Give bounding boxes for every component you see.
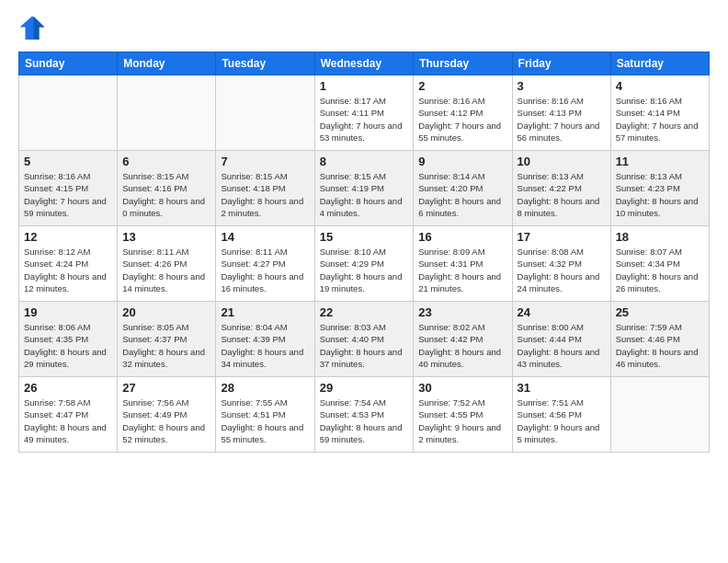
- day-number: 19: [24, 305, 112, 319]
- header: [18, 15, 710, 42]
- calendar-day-cell: 23Sunrise: 8:02 AM Sunset: 4:42 PM Dayli…: [414, 302, 512, 377]
- calendar-day-cell: 25Sunrise: 7:59 AM Sunset: 4:46 PM Dayli…: [610, 302, 709, 377]
- day-number: 28: [221, 381, 309, 395]
- day-number: 24: [518, 305, 606, 319]
- calendar-day-cell: 1Sunrise: 8:17 AM Sunset: 4:11 PM Daylig…: [314, 75, 414, 151]
- day-number: 13: [122, 230, 210, 244]
- calendar-day-cell: 6Sunrise: 8:15 AM Sunset: 4:16 PM Daylig…: [118, 151, 216, 226]
- weekday-header-cell: Thursday: [414, 52, 512, 75]
- weekday-header-row: SundayMondayTuesdayWednesdayThursdayFrid…: [19, 52, 710, 75]
- calendar-day-cell: [19, 75, 118, 151]
- day-info: Sunrise: 7:58 AM Sunset: 4:47 PM Dayligh…: [24, 396, 112, 445]
- day-info: Sunrise: 8:16 AM Sunset: 4:14 PM Dayligh…: [616, 95, 704, 144]
- calendar-week-row: 1Sunrise: 8:17 AM Sunset: 4:11 PM Daylig…: [19, 75, 710, 151]
- day-number: 25: [616, 305, 704, 319]
- day-info: Sunrise: 8:13 AM Sunset: 4:23 PM Dayligh…: [616, 170, 704, 219]
- day-number: 4: [616, 79, 704, 93]
- calendar-day-cell: 4Sunrise: 8:16 AM Sunset: 4:14 PM Daylig…: [610, 75, 709, 151]
- calendar-day-cell: 26Sunrise: 7:58 AM Sunset: 4:47 PM Dayli…: [19, 377, 118, 453]
- weekday-header-cell: Wednesday: [314, 52, 414, 75]
- day-info: Sunrise: 8:16 AM Sunset: 4:13 PM Dayligh…: [518, 95, 606, 144]
- day-info: Sunrise: 8:13 AM Sunset: 4:22 PM Dayligh…: [518, 170, 606, 219]
- day-info: Sunrise: 8:10 AM Sunset: 4:29 PM Dayligh…: [320, 246, 409, 294]
- day-info: Sunrise: 8:15 AM Sunset: 4:18 PM Dayligh…: [221, 170, 309, 219]
- svg-marker-0: [20, 17, 45, 40]
- calendar-week-row: 26Sunrise: 7:58 AM Sunset: 4:47 PM Dayli…: [19, 377, 710, 453]
- day-info: Sunrise: 7:59 AM Sunset: 4:46 PM Dayligh…: [616, 321, 704, 370]
- day-number: 2: [418, 79, 506, 93]
- day-number: 3: [518, 79, 606, 93]
- day-number: 12: [24, 230, 112, 244]
- day-info: Sunrise: 8:11 AM Sunset: 4:26 PM Dayligh…: [122, 246, 210, 294]
- day-number: 27: [122, 381, 210, 395]
- day-info: Sunrise: 8:12 AM Sunset: 4:24 PM Dayligh…: [24, 246, 112, 294]
- day-info: Sunrise: 8:06 AM Sunset: 4:35 PM Dayligh…: [24, 321, 112, 370]
- calendar-week-row: 19Sunrise: 8:06 AM Sunset: 4:35 PM Dayli…: [19, 302, 710, 377]
- calendar: SundayMondayTuesdayWednesdayThursdayFrid…: [18, 52, 710, 453]
- calendar-day-cell: 29Sunrise: 7:54 AM Sunset: 4:53 PM Dayli…: [314, 377, 414, 453]
- day-info: Sunrise: 8:05 AM Sunset: 4:37 PM Dayligh…: [122, 321, 210, 370]
- day-info: Sunrise: 8:17 AM Sunset: 4:11 PM Dayligh…: [320, 95, 409, 144]
- day-info: Sunrise: 8:11 AM Sunset: 4:27 PM Dayligh…: [221, 246, 309, 294]
- logo: [18, 15, 50, 42]
- logo-icon: [18, 15, 46, 42]
- day-number: 21: [221, 305, 309, 319]
- day-number: 18: [616, 230, 704, 244]
- day-info: Sunrise: 8:16 AM Sunset: 4:12 PM Dayligh…: [418, 95, 506, 144]
- calendar-day-cell: 16Sunrise: 8:09 AM Sunset: 4:31 PM Dayli…: [414, 226, 512, 302]
- day-number: 8: [320, 155, 409, 168]
- calendar-day-cell: 21Sunrise: 8:04 AM Sunset: 4:39 PM Dayli…: [216, 302, 314, 377]
- calendar-day-cell: [118, 75, 216, 151]
- calendar-day-cell: 17Sunrise: 8:08 AM Sunset: 4:32 PM Dayli…: [512, 226, 610, 302]
- day-number: 29: [320, 381, 409, 395]
- calendar-day-cell: 24Sunrise: 8:00 AM Sunset: 4:44 PM Dayli…: [512, 302, 610, 377]
- day-info: Sunrise: 7:54 AM Sunset: 4:53 PM Dayligh…: [320, 396, 409, 445]
- calendar-day-cell: 3Sunrise: 8:16 AM Sunset: 4:13 PM Daylig…: [512, 75, 610, 151]
- weekday-header-cell: Monday: [118, 52, 216, 75]
- calendar-day-cell: 13Sunrise: 8:11 AM Sunset: 4:26 PM Dayli…: [118, 226, 216, 302]
- day-number: 15: [320, 230, 409, 244]
- calendar-day-cell: 27Sunrise: 7:56 AM Sunset: 4:49 PM Dayli…: [118, 377, 216, 453]
- day-info: Sunrise: 7:55 AM Sunset: 4:51 PM Dayligh…: [221, 396, 309, 445]
- day-info: Sunrise: 8:15 AM Sunset: 4:16 PM Dayligh…: [122, 170, 210, 219]
- calendar-day-cell: 14Sunrise: 8:11 AM Sunset: 4:27 PM Dayli…: [216, 226, 314, 302]
- day-info: Sunrise: 8:16 AM Sunset: 4:15 PM Dayligh…: [24, 170, 112, 219]
- calendar-day-cell: 20Sunrise: 8:05 AM Sunset: 4:37 PM Dayli…: [118, 302, 216, 377]
- page: SundayMondayTuesdayWednesdayThursdayFrid…: [0, 0, 728, 563]
- calendar-day-cell: 30Sunrise: 7:52 AM Sunset: 4:55 PM Dayli…: [414, 377, 512, 453]
- day-number: 17: [518, 230, 606, 244]
- day-info: Sunrise: 7:52 AM Sunset: 4:55 PM Dayligh…: [418, 396, 506, 445]
- calendar-day-cell: 31Sunrise: 7:51 AM Sunset: 4:56 PM Dayli…: [512, 377, 610, 453]
- day-info: Sunrise: 8:14 AM Sunset: 4:20 PM Dayligh…: [418, 170, 506, 219]
- day-info: Sunrise: 8:02 AM Sunset: 4:42 PM Dayligh…: [418, 321, 506, 370]
- calendar-day-cell: 5Sunrise: 8:16 AM Sunset: 4:15 PM Daylig…: [19, 151, 118, 226]
- weekday-header-cell: Friday: [512, 52, 610, 75]
- calendar-day-cell: 9Sunrise: 8:14 AM Sunset: 4:20 PM Daylig…: [414, 151, 512, 226]
- day-info: Sunrise: 8:08 AM Sunset: 4:32 PM Dayligh…: [518, 246, 606, 294]
- calendar-day-cell: 10Sunrise: 8:13 AM Sunset: 4:22 PM Dayli…: [512, 151, 610, 226]
- day-info: Sunrise: 7:51 AM Sunset: 4:56 PM Dayligh…: [518, 396, 606, 445]
- calendar-day-cell: 18Sunrise: 8:07 AM Sunset: 4:34 PM Dayli…: [610, 226, 709, 302]
- weekday-header-cell: Saturday: [610, 52, 709, 75]
- day-info: Sunrise: 8:00 AM Sunset: 4:44 PM Dayligh…: [518, 321, 606, 370]
- svg-marker-1: [34, 17, 45, 40]
- calendar-day-cell: 22Sunrise: 8:03 AM Sunset: 4:40 PM Dayli…: [314, 302, 414, 377]
- day-number: 6: [122, 155, 210, 168]
- calendar-day-cell: 28Sunrise: 7:55 AM Sunset: 4:51 PM Dayli…: [216, 377, 314, 453]
- calendar-day-cell: 11Sunrise: 8:13 AM Sunset: 4:23 PM Dayli…: [610, 151, 709, 226]
- calendar-week-row: 5Sunrise: 8:16 AM Sunset: 4:15 PM Daylig…: [19, 151, 710, 226]
- day-number: 30: [418, 381, 506, 395]
- day-info: Sunrise: 8:09 AM Sunset: 4:31 PM Dayligh…: [418, 246, 506, 294]
- day-number: 31: [518, 381, 606, 395]
- day-number: 10: [518, 155, 606, 168]
- day-number: 22: [320, 305, 409, 319]
- day-number: 7: [221, 155, 309, 168]
- day-info: Sunrise: 8:15 AM Sunset: 4:19 PM Dayligh…: [320, 170, 409, 219]
- day-number: 5: [24, 155, 112, 168]
- calendar-day-cell: [610, 377, 709, 453]
- day-number: 20: [122, 305, 210, 319]
- calendar-day-cell: [216, 75, 314, 151]
- day-number: 9: [418, 155, 506, 168]
- weekday-header-cell: Sunday: [19, 52, 118, 75]
- calendar-week-row: 12Sunrise: 8:12 AM Sunset: 4:24 PM Dayli…: [19, 226, 710, 302]
